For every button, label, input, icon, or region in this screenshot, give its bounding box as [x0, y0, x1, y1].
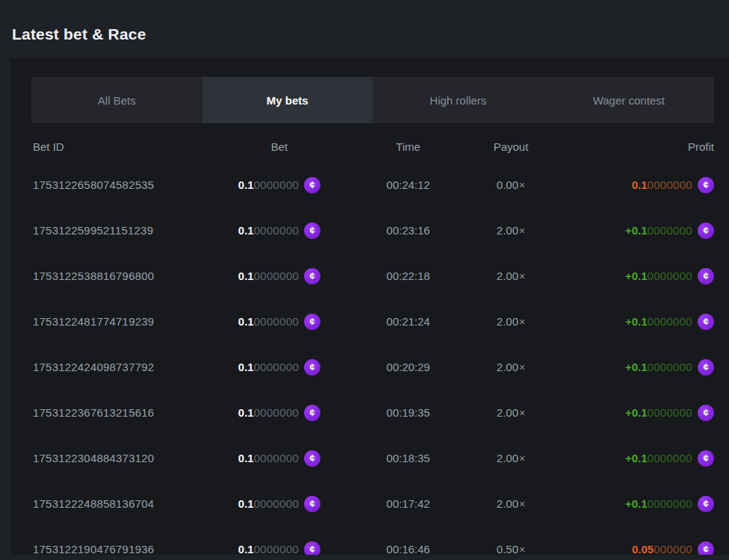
- payout-value: 0.00×: [470, 178, 552, 191]
- cent-coin-icon: ¢: [304, 405, 320, 421]
- bet-amount: 0.10000000 ¢: [212, 223, 347, 239]
- table-header: Bet ID Bet Time Payout Profit: [10, 131, 729, 162]
- table-row[interactable]: 1753122599521151239 0.10000000 ¢ 00:23:1…: [10, 208, 729, 253]
- time-value: 00:24:12: [347, 178, 470, 191]
- payout-multiplier: 2.00: [497, 315, 518, 328]
- profit-zeros: 0000000: [648, 315, 693, 328]
- payout-value: 2.00×: [470, 315, 552, 328]
- cent-coin-icon: ¢: [698, 223, 714, 239]
- table-row[interactable]: 1753122424098737792 0.10000000 ¢ 00:20:2…: [10, 344, 729, 390]
- cent-coin-icon: ¢: [698, 314, 714, 330]
- cent-coin-icon: ¢: [698, 450, 714, 467]
- column-header-profit: Profit: [552, 140, 714, 153]
- multiplier-symbol: ×: [519, 316, 525, 328]
- bet-amount: 0.10000000 ¢: [212, 496, 347, 512]
- profit-significant: +0.1: [625, 270, 648, 282]
- payout-multiplier: 2.00: [497, 452, 518, 464]
- tab-my-bets[interactable]: My bets: [202, 77, 373, 123]
- table-row[interactable]: 1753122481774719239 0.10000000 ¢ 00:21:2…: [10, 299, 729, 344]
- profit-significant: 0.1: [632, 178, 648, 191]
- bet-amount-significant: 0.1: [238, 361, 254, 373]
- cent-coin-icon: ¢: [698, 541, 714, 556]
- cent-coin-icon: ¢: [304, 359, 320, 376]
- bet-amount-significant: 0.1: [238, 406, 254, 419]
- cent-coin-icon: ¢: [698, 268, 714, 284]
- bet-amount: 0.10000000 ¢: [212, 405, 347, 421]
- cent-coin-icon: ¢: [698, 405, 714, 421]
- profit-significant: +0.1: [625, 315, 648, 328]
- cent-coin-icon: ¢: [304, 314, 320, 330]
- payout-value: 2.00×: [470, 361, 552, 373]
- time-value: 00:21:24: [347, 315, 470, 328]
- cent-coin-icon: ¢: [304, 496, 320, 512]
- bet-id-value: 1753122599521151239: [33, 224, 212, 237]
- column-header-bet-id: Bet ID: [33, 140, 212, 153]
- tab-wager-contest[interactable]: Wager contest: [544, 77, 715, 123]
- profit-value: 0.10000000 ¢: [552, 177, 714, 193]
- tab-high-rollers[interactable]: High rollers: [373, 77, 544, 123]
- table-row[interactable]: 1753122538816796800 0.10000000 ¢ 00:22:1…: [10, 253, 729, 299]
- cent-coin-icon: ¢: [304, 177, 320, 193]
- payout-multiplier: 2.00: [497, 497, 518, 510]
- multiplier-symbol: ×: [519, 452, 525, 464]
- profit-zeros: 0000000: [648, 224, 693, 237]
- bet-id-value: 1753122248858136704: [33, 497, 212, 510]
- column-header-payout: Payout: [470, 140, 552, 153]
- bet-amount: 0.10000000 ¢: [212, 450, 347, 467]
- payout-value: 0.50×: [470, 543, 552, 555]
- cent-coin-icon: ¢: [698, 496, 714, 512]
- payout-value: 2.00×: [470, 224, 552, 237]
- payout-multiplier: 2.00: [497, 270, 518, 282]
- bet-id-value: 1753122190476791936: [33, 543, 212, 555]
- bet-amount: 0.10000000 ¢: [212, 177, 347, 193]
- bet-amount-zeros: 0000000: [254, 270, 300, 282]
- bet-amount: 0.10000000 ¢: [212, 268, 347, 284]
- profit-value: +0.10000000 ¢: [552, 496, 714, 512]
- profit-significant: +0.1: [625, 224, 648, 237]
- time-value: 00:22:18: [347, 270, 470, 282]
- table-row[interactable]: 1753122658074582535 0.10000000 ¢ 00:24:1…: [10, 162, 729, 208]
- column-header-bet: Bet: [212, 140, 347, 153]
- bet-amount-zeros: 0000000: [254, 224, 300, 237]
- bets-tabbar: All Bets My bets High rollers Wager cont…: [31, 77, 714, 123]
- multiplier-symbol: ×: [519, 407, 525, 419]
- time-value: 00:23:16: [347, 224, 470, 237]
- multiplier-symbol: ×: [519, 179, 525, 191]
- table-row[interactable]: 1753122367613215616 0.10000000 ¢ 00:19:3…: [10, 390, 729, 435]
- bet-amount: 0.10000000 ¢: [212, 314, 347, 330]
- payout-value: 2.00×: [470, 406, 552, 419]
- multiplier-symbol: ×: [519, 498, 525, 510]
- bet-amount-zeros: 0000000: [254, 315, 300, 328]
- time-value: 00:16:46: [347, 543, 470, 555]
- bet-amount-zeros: 0000000: [254, 361, 300, 373]
- bet-amount-significant: 0.1: [238, 452, 254, 464]
- table-row[interactable]: 1753122248858136704 0.10000000 ¢ 00:17:4…: [10, 481, 729, 526]
- bet-amount-zeros: 0000000: [254, 406, 300, 419]
- payout-value: 2.00×: [470, 452, 552, 464]
- time-value: 00:19:35: [347, 406, 470, 419]
- bet-amount-zeros: 0000000: [254, 497, 300, 510]
- time-value: 00:17:42: [347, 497, 470, 510]
- column-header-time: Time: [347, 140, 470, 153]
- cent-coin-icon: ¢: [304, 541, 320, 556]
- table-row[interactable]: 1753122304884373120 0.10000000 ¢ 00:18:3…: [10, 435, 729, 481]
- time-value: 00:18:35: [347, 452, 470, 464]
- bet-amount-significant: 0.1: [238, 224, 254, 237]
- bet-id-value: 1753122658074582535: [33, 178, 212, 191]
- bet-amount-significant: 0.1: [238, 315, 254, 328]
- profit-zeros: 0000000: [648, 270, 693, 282]
- tab-all-bets[interactable]: All Bets: [31, 77, 202, 123]
- bet-id-value: 1753122538816796800: [33, 270, 212, 282]
- profit-zeros: 0000000: [648, 497, 693, 510]
- bet-amount: 0.10000000 ¢: [212, 541, 347, 556]
- bet-id-value: 1753122304884373120: [33, 452, 212, 464]
- bet-amount-zeros: 0000000: [254, 178, 300, 191]
- cent-coin-icon: ¢: [698, 177, 714, 193]
- table-row[interactable]: 1753122190476791936 0.10000000 ¢ 00:16:4…: [10, 526, 729, 555]
- bet-amount-significant: 0.1: [238, 178, 254, 191]
- profit-value: +0.10000000 ¢: [552, 268, 714, 284]
- profit-significant: 0.05: [632, 543, 654, 555]
- profit-zeros: 0000000: [648, 178, 693, 191]
- profit-value: +0.10000000 ¢: [552, 223, 714, 239]
- profit-value: +0.10000000 ¢: [552, 359, 714, 376]
